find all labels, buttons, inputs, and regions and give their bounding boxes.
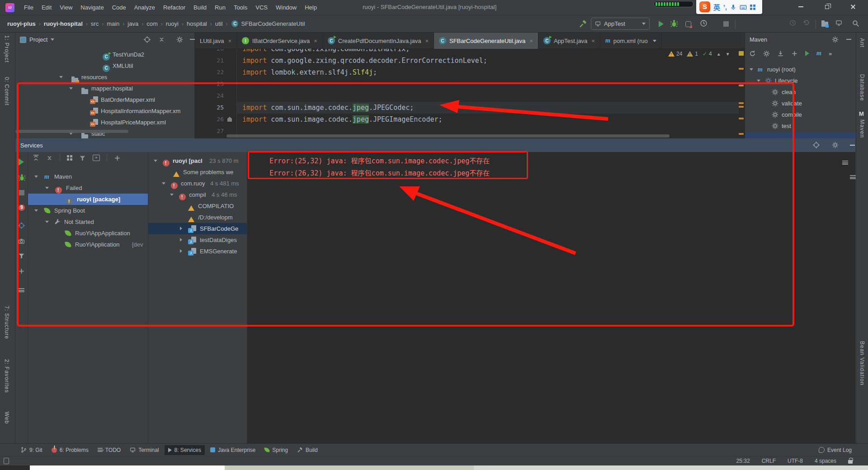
inspections-widget[interactable]: 24 1 ✓4 ▲ ▼ [668, 51, 730, 57]
tab-overflow-icon[interactable] [653, 40, 656, 42]
maven-tree-item[interactable]: validate [745, 98, 856, 109]
close-button[interactable] [843, 0, 863, 14]
toolbar-git[interactable]: 9: Git [17, 445, 46, 455]
prev-problem-icon[interactable]: ▲ [717, 52, 721, 57]
menu-tools[interactable]: Tools [230, 2, 251, 13]
build-item-problems[interactable]: Some problems we [148, 166, 247, 178]
ime-toolbar[interactable]: S 英 ’, [696, 0, 762, 14]
run-maven-goal-icon[interactable] [805, 51, 809, 56]
thread-dump-icon[interactable] [18, 238, 25, 245]
breadcrumb-item[interactable]: java [127, 20, 139, 27]
services-panel-header[interactable]: Services [15, 138, 855, 152]
line-separator[interactable]: CRLF [762, 458, 776, 464]
stripe-database-button[interactable]: Database [859, 74, 865, 101]
event-log-button[interactable]: Event Log [815, 445, 855, 455]
stripe-ant-button[interactable]: Ant [859, 38, 865, 47]
breadcrumb-class[interactable]: SFBarCodeGenerateUtil [240, 20, 306, 27]
chevron-down-icon[interactable] [51, 38, 54, 41]
tree-item[interactable]: C XMLUtil [15, 60, 194, 71]
build-item-ems[interactable]: J EMSGenerate [148, 246, 247, 257]
tree-item[interactable]: <> BatOrderMapper.xml [15, 94, 194, 105]
hide-panel-icon[interactable] [190, 39, 195, 40]
tab-pomxml[interactable]: m pom.xml (ruo [600, 33, 662, 49]
project-folder-icon[interactable] [820, 19, 829, 28]
hide-panel-icon[interactable] [846, 39, 851, 40]
menu-code[interactable]: Code [108, 2, 130, 13]
filter-icon[interactable] [18, 252, 25, 259]
runner-item-ruoyi-package[interactable]: ruoyi [package] [28, 194, 148, 205]
add-maven-project-icon[interactable] [791, 50, 798, 57]
add-icon[interactable] [114, 155, 121, 161]
toolbar-build[interactable]: Build [293, 445, 321, 455]
reimport-icon[interactable] [749, 50, 756, 57]
minimize-button[interactable] [790, 0, 811, 14]
editor-horizontal-scrollbar[interactable] [226, 134, 670, 138]
breadcrumb-item[interactable]: ruoyi-hospital [43, 20, 84, 27]
download-sources-icon[interactable] [777, 50, 784, 57]
close-icon[interactable] [591, 38, 595, 44]
breadcrumb-item[interactable]: ruoyi [165, 20, 179, 27]
chevron-down-icon[interactable] [757, 80, 760, 82]
build-item-compilation[interactable]: COMPILATIO [148, 200, 247, 212]
ime-language-toggle[interactable]: 英 [713, 2, 720, 12]
soft-wrap-icon[interactable] [842, 161, 848, 165]
maven-stripe-icon[interactable]: M [859, 110, 864, 117]
close-icon[interactable] [529, 38, 533, 44]
more-icon[interactable]: » [829, 50, 832, 57]
toolbar-problems[interactable]: 6: Problems [48, 445, 92, 455]
sogou-logo-icon[interactable]: S [699, 1, 710, 12]
breadcrumb-item[interactable]: main [106, 20, 120, 27]
add-service-icon[interactable] [18, 268, 25, 275]
stripe-commit-button[interactable]: 0: Commit [4, 77, 10, 106]
menu-refactor[interactable]: Refactor [159, 2, 189, 13]
maven-tree-item[interactable]: Lifecycle [745, 75, 856, 86]
collapse-all-icon[interactable] [158, 36, 165, 43]
tree-item[interactable]: <> HospitalInformationMapper.xm [15, 105, 194, 117]
stripe-favorites-button[interactable]: 2: Favorites [4, 359, 10, 393]
toolbar-spring[interactable]: Spring [261, 445, 292, 455]
expand-all-icon[interactable] [33, 155, 39, 161]
group-by-icon[interactable] [67, 155, 72, 161]
caret-position[interactable]: 25:32 [736, 458, 750, 464]
chevron-right-icon[interactable] [180, 238, 182, 242]
menu-analyze[interactable]: Analyze [130, 2, 159, 13]
build-item-root[interactable]: ruoyi [pacl 23 s 870 m [148, 155, 247, 166]
toolbar-terminal[interactable]: Terminal [126, 445, 162, 455]
menu-run[interactable]: Run [211, 2, 230, 13]
runner-item-app1[interactable]: RuoYiAppApplication [28, 228, 148, 239]
lock-icon[interactable] [848, 460, 853, 464]
code-editor[interactable]: 20 import com.google.zxing.common.BitMat… [195, 49, 745, 138]
next-problem-icon[interactable]: ▼ [726, 52, 730, 57]
runner-item-springboot[interactable]: Spring Boot [28, 205, 148, 216]
toolbar-java-enterprise[interactable]: Java Enterprise [207, 445, 259, 455]
build-item-compile[interactable]: compil 4 s 46 ms [148, 189, 247, 200]
tool-window-switcher-icon[interactable] [4, 458, 9, 464]
horizontal-scrollbar[interactable] [15, 130, 128, 133]
coverage-button[interactable] [684, 19, 693, 28]
fold-marker-icon[interactable] [227, 117, 232, 122]
breadcrumb-item[interactable]: hospital [186, 20, 208, 27]
menu-window[interactable]: Window [272, 2, 301, 13]
tree-item[interactable]: resources [15, 71, 194, 83]
frame-plus-icon[interactable]: + [93, 155, 100, 161]
locate-file-icon[interactable] [144, 36, 151, 43]
preview-button[interactable] [835, 19, 842, 26]
stripe-bean-validation-button[interactable]: Bean Validation [859, 341, 865, 385]
generate-sources-icon[interactable] [763, 50, 770, 57]
close-icon[interactable] [228, 38, 231, 44]
close-icon[interactable] [425, 38, 429, 44]
tab-apptest[interactable]: C AppTest.java [538, 33, 600, 49]
build-item-module[interactable]: com.ruoy 4 s 481 ms [148, 178, 247, 189]
keyboard-icon[interactable] [740, 4, 747, 11]
stripe-web-button[interactable]: Web [4, 412, 10, 424]
breadcrumb-item[interactable]: com [146, 20, 159, 27]
hide-panel-icon[interactable] [850, 145, 855, 146]
attach-icon[interactable] [18, 222, 25, 229]
run-button[interactable] [656, 19, 665, 28]
tab-lutil[interactable]: LUtil.java [195, 33, 237, 49]
gear-icon[interactable] [832, 142, 839, 148]
maven-tree-item[interactable]: compile [745, 109, 856, 120]
breadcrumb-item[interactable]: util [214, 20, 224, 27]
ime-menu-icon[interactable] [750, 5, 755, 10]
run-config-select[interactable]: AppTest [591, 18, 650, 30]
